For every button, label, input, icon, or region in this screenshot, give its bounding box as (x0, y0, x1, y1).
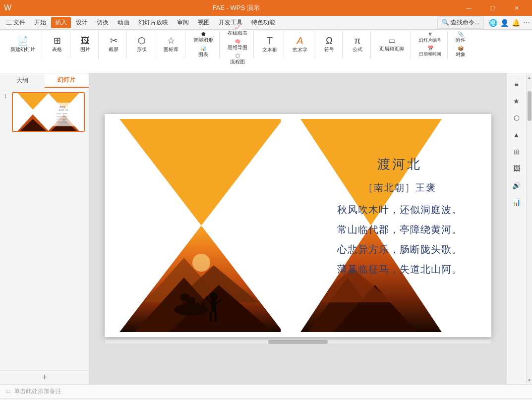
menu-review[interactable]: 审阅 (173, 17, 193, 28)
toolbar-icon-2[interactable]: 👤 (500, 19, 509, 27)
sidebar-star-icon[interactable]: ★ (510, 94, 524, 108)
symbol-button[interactable]: Ω 符号 (320, 35, 338, 55)
image-button[interactable]: 🖼 图片 (76, 35, 94, 55)
sidebar-layout-icon[interactable]: ≡ (510, 77, 524, 91)
menu-search[interactable]: 🔍 查找命令... (437, 16, 484, 29)
iconlib-label: 图标库 (164, 46, 178, 53)
screenshot-button[interactable]: ✂ 截屏 (105, 35, 122, 55)
table-label: 表格 (52, 46, 62, 53)
table-button[interactable]: ⊞ 表格 (48, 35, 66, 55)
svg-text:秋风吹木叶，还似洞庭波。: 秋风吹木叶，还似洞庭波。 (57, 113, 68, 114)
image-label: 图片 (80, 46, 90, 53)
scroll-down-button[interactable]: ▼ (527, 376, 532, 384)
ribbon-group-headerfooter: ▭ 页眉和页脚 (373, 31, 411, 58)
slide-thumbnail-1[interactable]: 1 (4, 92, 85, 132)
mindmap-label: 思维导图 (228, 44, 247, 51)
main-area: 大纲 幻灯片 1 (0, 73, 532, 384)
onlinechart-icon: 📈 (235, 24, 240, 30)
slide-canvas[interactable]: 渡河北 ［南北朝］王褒 秋风吹木叶，还似洞庭波。 常山临代郡，亭障绕黄河。 心悲… (105, 114, 491, 337)
ribbon-group-screenshot: ✂ 截屏 (101, 31, 127, 58)
scroll-thumb[interactable] (528, 91, 532, 121)
sidebar-audio-icon[interactable]: 🔊 (510, 178, 524, 192)
sidebar-image-icon[interactable]: 🖼 (510, 162, 524, 175)
object-button[interactable]: 📦 对象 (454, 45, 468, 59)
sidebar-chart-icon[interactable]: 📊 (510, 195, 524, 209)
svg-text:心悲异方乐，肠断陇头歌。: 心悲异方乐，肠断陇头歌。 (337, 244, 462, 255)
ribbon: 📄 新建幻灯片 ⊞ 表格 🖼 图片 ✂ 截屏 (0, 30, 532, 73)
menu-home[interactable]: 开始 (30, 17, 50, 28)
ribbon-content: 📄 新建幻灯片 ⊞ 表格 🖼 图片 ✂ 截屏 (0, 30, 532, 59)
arttext-label: 艺术字 (293, 47, 307, 54)
smartshape-button[interactable]: ⬟ 智能图形 (191, 30, 215, 45)
menu-file[interactable]: 三 文件 (2, 17, 29, 28)
canvas-area: 渡河北 ［南北朝］王褒 秋风吹木叶，还似洞庭波。 常山临代郡，亭障绕黄河。 心悲… (89, 73, 506, 384)
screenshot-icon: ✂ (110, 36, 118, 45)
svg-point-22 (192, 254, 210, 272)
slide-number-1: 1 (4, 92, 10, 99)
attachment-label: 附件 (456, 37, 466, 44)
tab-outline[interactable]: 大纲 (0, 73, 45, 88)
menu-design[interactable]: 设计 (72, 17, 92, 28)
svg-rect-27 (183, 302, 185, 312)
sidebar-triangle-icon[interactable]: ▲ (510, 128, 524, 142)
formula-button[interactable]: π 公式 (349, 35, 366, 55)
textbox-icon: T (267, 36, 273, 46)
menu-slideshow[interactable]: 幻灯片放映 (134, 17, 172, 28)
svg-text:［南北朝］王褒: ［南北朝］王褒 (363, 182, 436, 193)
scroll-up-button[interactable]: ▲ (527, 73, 532, 81)
menu-animation[interactable]: 动画 (114, 17, 133, 28)
title-text: FAE - WPS 演示 (14, 3, 458, 12)
onlinechart-button[interactable]: 📈 在线图表 (226, 23, 249, 38)
menu-special[interactable]: 特色功能 (247, 17, 279, 28)
datetime-button[interactable]: 📅 日期和时间 (417, 45, 443, 58)
flowchart-button[interactable]: ⬡ 流程图 (228, 52, 247, 66)
iconlib-button[interactable]: ☆ 图标库 (161, 35, 181, 55)
svg-rect-35 (210, 312, 212, 322)
minimize-button[interactable]: ─ (458, 0, 480, 16)
toolbar-icon-1[interactable]: 🌐 (489, 19, 497, 27)
onlinechart-label: 在线图表 (228, 30, 247, 37)
iconlib-icon: ☆ (167, 36, 175, 45)
note-bar: ▭ 单击此处添加备注 (0, 384, 532, 398)
svg-text:渡河北: 渡河北 (377, 157, 422, 171)
attachment-button[interactable]: 📎 附件 (454, 30, 468, 45)
flowchart-label: 流程图 (230, 58, 245, 65)
scroll-track[interactable] (527, 81, 532, 376)
add-slide-button[interactable]: + (0, 370, 89, 384)
toolbar-icon-4[interactable]: ⋯ (523, 19, 530, 27)
menu-switch[interactable]: 切换 (93, 17, 113, 28)
svg-rect-30 (202, 302, 205, 312)
new-slide-button[interactable]: 📄 新建幻灯片 (8, 35, 38, 55)
maximize-button[interactable]: □ (481, 0, 504, 16)
smartshape-label: 智能图形 (193, 37, 213, 44)
add-note-text[interactable]: 单击此处添加备注 (14, 387, 61, 396)
svg-rect-36 (215, 312, 217, 322)
menu-view[interactable]: 视图 (194, 17, 214, 28)
ribbon-group-shapes: ⬡ 形状 (129, 31, 155, 58)
object-icon: 📦 (458, 46, 464, 51)
symbol-icon: Ω (326, 36, 332, 45)
headerfooter-button[interactable]: ▭ 页眉和页脚 (377, 35, 407, 54)
arttext-icon: A (296, 36, 303, 46)
shapes-button[interactable]: ⬡ 形状 (133, 35, 151, 55)
chart-label: 图表 (198, 51, 208, 58)
slide-thumb-image-1[interactable]: 渡河北 ［南北朝］王褒 秋风吹木叶，还似洞庭波。 常山临代郡，亭障绕黄河。 心悲… (12, 92, 85, 132)
chart-button[interactable]: 📊 图表 (196, 45, 210, 59)
ribbon-group-new-slide: 📄 新建幻灯片 (4, 31, 42, 58)
formula-label: 公式 (353, 46, 362, 53)
mindmap-button[interactable]: 🧠 思维导图 (226, 38, 249, 52)
close-button[interactable]: × (505, 0, 528, 16)
toolbar-icon-3[interactable]: 🔔 (512, 19, 520, 27)
sidebar-shape-icon[interactable]: ⬡ (510, 111, 524, 125)
v-scrollbar[interactable]: ▲ ▼ (526, 73, 532, 384)
h-scrollbar[interactable] (105, 339, 491, 344)
arttext-button[interactable]: A 艺术字 (290, 34, 310, 55)
slidenum-button[interactable]: # 幻灯片编号 (417, 31, 443, 45)
sidebar-grid-icon[interactable]: ⊞ (510, 145, 524, 159)
textbox-button[interactable]: T 文本框 (260, 34, 280, 55)
svg-rect-34 (211, 300, 216, 312)
svg-text:［南北朝］王褒: ［南北朝］王褒 (58, 109, 68, 111)
menu-insert[interactable]: 插入 (51, 17, 71, 28)
ribbon-group-iconlib: ☆ 图标库 (157, 31, 185, 58)
tab-slides[interactable]: 幻灯片 (45, 73, 89, 88)
